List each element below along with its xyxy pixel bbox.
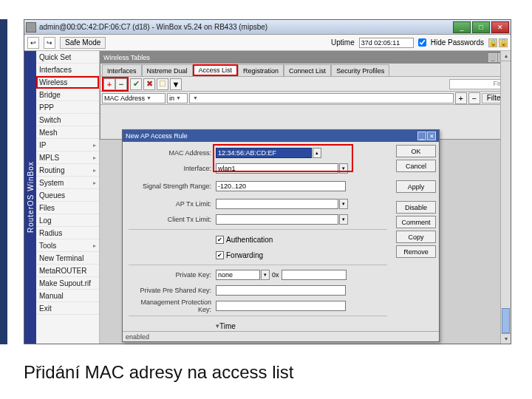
cltx-input[interactable] (216, 214, 338, 225)
sidebar-item-log[interactable]: Log (36, 214, 99, 227)
content-area: Wireless Tables _✕ InterfacesNstreme Dua… (100, 51, 511, 344)
filter-remove-button[interactable]: − (468, 92, 480, 104)
sidebar-item-routing[interactable]: Routing▸ (36, 164, 99, 177)
sidebar-item-files[interactable]: Files (36, 202, 99, 214)
ap-title: New AP Access Rule (126, 132, 188, 140)
auth-checkbox[interactable]: ✔ (216, 236, 224, 244)
lock-icon[interactable]: 🔒 (488, 38, 497, 47)
redo-icon[interactable]: ↪ (44, 37, 55, 49)
mac-label: MAC Address: (129, 149, 216, 157)
filter-value-input[interactable]: ▼ (189, 93, 454, 103)
sidebar-item-ppp[interactable]: PPP (36, 101, 99, 114)
sidebar-item-manual[interactable]: Manual (36, 290, 99, 302)
sidebar-item-quick-set[interactable]: Quick Set (36, 51, 99, 64)
scrollbar[interactable]: ▴ ▾ (500, 51, 511, 344)
aptx-dropdown-icon[interactable]: ▾ (339, 199, 348, 209)
app-icon (26, 22, 36, 33)
sidebar-item-mesh[interactable]: Mesh (36, 126, 99, 139)
tab-security-profiles[interactable]: Security Profiles (331, 64, 389, 76)
sidebar-item-system[interactable]: System▸ (36, 177, 99, 189)
remove-button[interactable]: − (115, 78, 127, 90)
maximize-button[interactable]: □ (472, 21, 490, 33)
mpk-input[interactable] (216, 301, 346, 311)
ppsk-input[interactable] (216, 285, 346, 296)
wt-min-icon[interactable]: _ (488, 53, 497, 62)
sidebar-item-exit[interactable]: Exit (36, 302, 99, 315)
disable-button[interactable]: Disable (396, 201, 436, 214)
ap-buttons: OKCancelApplyDisableCommentCopyRemove (393, 142, 439, 331)
hide-passwords-label: Hide Passwords (431, 38, 484, 47)
remove-button[interactable]: Remove (396, 245, 436, 258)
pk-select[interactable] (216, 270, 260, 280)
disable-button[interactable]: ✖ (143, 78, 155, 90)
slide-caption: Přidání MAC adresy na access list (24, 362, 293, 383)
ssr-input[interactable] (216, 181, 346, 191)
pk-dropdown-icon[interactable]: ▾ (261, 270, 270, 280)
find-input[interactable]: Find (449, 79, 508, 89)
ppsk-label: Private Pre Shared Key: (129, 287, 216, 294)
aptx-input[interactable] (216, 199, 338, 209)
ssr-label: Signal Strength Range: (129, 183, 216, 190)
wireless-tables-window: Wireless Tables _✕ InterfacesNstreme Dua… (100, 51, 511, 140)
ok-button[interactable]: OK (396, 145, 436, 157)
winbox-window: admin@00:0C:42:DF:06:C7 (d18) - WinBox v… (24, 19, 511, 344)
comment-button[interactable]: ☐ (157, 78, 168, 90)
sidebar-item-mpls[interactable]: MPLS▸ (36, 151, 99, 164)
tab-connect-list[interactable]: Connect List (284, 64, 331, 76)
uptime-label: Uptime (331, 38, 355, 47)
wt-filter-bar: MAC Address▼ in▼ ▼ + − Filter (100, 92, 510, 105)
pk-hex-input[interactable] (282, 270, 347, 280)
ap-min-icon[interactable]: _ (417, 132, 426, 140)
filter-icon[interactable]: ▼ (170, 78, 182, 90)
sidebar-item-metarouter[interactable]: MetaROUTER (36, 265, 99, 277)
interface-label: Interface: (129, 165, 216, 172)
back-icon[interactable]: ↩ (27, 37, 39, 49)
tab-nstreme-dual[interactable]: Nstreme Dual (142, 64, 193, 76)
time-label: Time (219, 322, 236, 330)
close-button[interactable]: ✕ (491, 21, 509, 33)
filter-add-button[interactable]: + (455, 92, 467, 104)
window-title: admin@00:0C:42:DF:06:C7 (d18) - WinBox v… (39, 23, 453, 31)
tab-registration[interactable]: Registration (238, 64, 284, 76)
sidebar-item-ip[interactable]: IP▸ (36, 139, 99, 151)
minimize-button[interactable]: _ (453, 21, 471, 33)
scroll-down-icon[interactable]: ▾ (501, 333, 511, 344)
titlebar: admin@00:0C:42:DF:06:C7 (d18) - WinBox v… (24, 20, 511, 35)
auth-label: Authentication (226, 236, 273, 244)
sidebar: Quick SetInterfacesWirelessBridgePPPSwit… (36, 51, 100, 344)
add-button[interactable]: + (103, 78, 115, 90)
cltx-dropdown-icon[interactable]: ▾ (339, 214, 348, 225)
tab-access-list[interactable]: Access List (193, 64, 239, 76)
apply-button[interactable]: Apply (396, 180, 436, 193)
pk-label: Private Key: (129, 271, 216, 279)
main-toolbar: ↩ ↪ Safe Mode Uptime 37d 02:05:11 Hide P… (24, 35, 511, 51)
sidebar-item-new-terminal[interactable]: New Terminal (36, 252, 99, 265)
hide-passwords-checkbox[interactable] (418, 38, 426, 47)
tab-interfaces[interactable]: Interfaces (102, 64, 142, 76)
wt-toolbar: +− ✔✖☐▼ Find (100, 77, 510, 92)
ap-close-icon[interactable]: ✕ (427, 132, 436, 140)
safe-mode-button[interactable]: Safe Mode (60, 37, 106, 49)
fwd-checkbox[interactable]: ✔ (216, 251, 224, 259)
sidebar-item-wireless[interactable]: Wireless (36, 76, 99, 89)
filter-op-select[interactable]: in▼ (167, 93, 188, 103)
sidebar-item-switch[interactable]: Switch (36, 114, 99, 126)
comment-button[interactable]: Comment (396, 216, 436, 228)
copy-button[interactable]: Copy (396, 231, 436, 243)
sidebar-item-interfaces[interactable]: Interfaces (36, 64, 99, 76)
enable-button[interactable]: ✔ (130, 78, 142, 90)
unlock-icon[interactable]: 🔓 (499, 38, 508, 47)
ap-form: MAC Address: ▴ Interface: ▾ Signal Stren… (123, 142, 393, 331)
sidebar-item-bridge[interactable]: Bridge (36, 89, 99, 101)
fwd-label: Forwarding (226, 251, 263, 259)
scroll-up-icon[interactable]: ▴ (501, 51, 511, 61)
sidebar-item-radius[interactable]: Radius (36, 227, 99, 239)
wt-tabs: InterfacesNstreme DualAccess ListRegistr… (100, 64, 510, 77)
uptime-value: 37d 02:05:11 (359, 38, 414, 48)
cltx-label: Client Tx Limit: (129, 216, 216, 223)
filter-field-select[interactable]: MAC Address▼ (102, 93, 166, 103)
sidebar-item-tools[interactable]: Tools▸ (36, 239, 99, 252)
sidebar-item-queues[interactable]: Queues (36, 189, 99, 202)
sidebar-item-make-supout.rif[interactable]: Make Supout.rif (36, 277, 99, 290)
cancel-button[interactable]: Cancel (396, 160, 436, 172)
